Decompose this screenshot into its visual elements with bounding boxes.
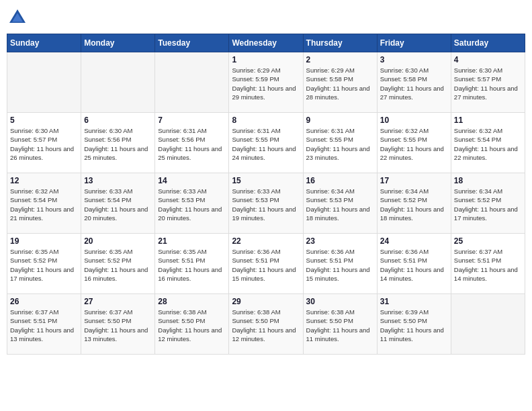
calendar-cell: 12Sunrise: 6:32 AM Sunset: 5:54 PM Dayli…	[7, 173, 81, 234]
logo	[7, 7, 31, 28]
calendar-cell	[81, 52, 155, 113]
day-number: 31	[380, 297, 448, 306]
calendar-week-row: 19Sunrise: 6:35 AM Sunset: 5:52 PM Dayli…	[7, 234, 525, 294]
calendar-cell: 30Sunrise: 6:38 AM Sunset: 5:50 PM Dayli…	[303, 294, 377, 355]
calendar-cell: 4Sunrise: 6:30 AM Sunset: 5:57 PM Daylig…	[451, 52, 525, 113]
calendar-cell: 28Sunrise: 6:38 AM Sunset: 5:50 PM Dayli…	[155, 294, 229, 355]
calendar-cell: 3Sunrise: 6:30 AM Sunset: 5:58 PM Daylig…	[377, 52, 451, 113]
calendar-week-row: 1Sunrise: 6:29 AM Sunset: 5:59 PM Daylig…	[7, 52, 525, 113]
day-info: Sunrise: 6:33 AM Sunset: 5:53 PM Dayligh…	[158, 187, 226, 222]
day-info: Sunrise: 6:32 AM Sunset: 5:55 PM Dayligh…	[380, 126, 448, 162]
day-number: 9	[306, 116, 374, 125]
day-of-week-header: Saturday	[451, 34, 525, 52]
calendar-cell: 20Sunrise: 6:35 AM Sunset: 5:52 PM Dayli…	[81, 234, 155, 294]
calendar-cell: 17Sunrise: 6:34 AM Sunset: 5:52 PM Dayli…	[377, 173, 451, 234]
day-number: 8	[232, 116, 300, 125]
day-info: Sunrise: 6:31 AM Sunset: 5:56 PM Dayligh…	[158, 126, 226, 162]
calendar-week-row: 5Sunrise: 6:30 AM Sunset: 5:57 PM Daylig…	[7, 113, 525, 173]
day-info: Sunrise: 6:34 AM Sunset: 5:52 PM Dayligh…	[454, 187, 522, 222]
calendar-cell: 18Sunrise: 6:34 AM Sunset: 5:52 PM Dayli…	[451, 173, 525, 234]
day-of-week-header: Friday	[377, 34, 451, 52]
day-number: 30	[306, 297, 374, 306]
day-info: Sunrise: 6:36 AM Sunset: 5:51 PM Dayligh…	[232, 247, 300, 283]
calendar-cell: 2Sunrise: 6:29 AM Sunset: 5:58 PM Daylig…	[303, 52, 377, 113]
day-info: Sunrise: 6:38 AM Sunset: 5:50 PM Dayligh…	[158, 308, 226, 343]
calendar-cell: 31Sunrise: 6:39 AM Sunset: 5:50 PM Dayli…	[377, 294, 451, 355]
calendar-cell: 9Sunrise: 6:31 AM Sunset: 5:55 PM Daylig…	[303, 113, 377, 173]
calendar-week-row: 12Sunrise: 6:32 AM Sunset: 5:54 PM Dayli…	[7, 173, 525, 234]
day-info: Sunrise: 6:35 AM Sunset: 5:51 PM Dayligh…	[158, 247, 226, 283]
day-of-week-header: Monday	[81, 34, 155, 52]
calendar-cell: 26Sunrise: 6:37 AM Sunset: 5:51 PM Dayli…	[7, 294, 81, 355]
calendar-cell: 1Sunrise: 6:29 AM Sunset: 5:59 PM Daylig…	[229, 52, 303, 113]
day-info: Sunrise: 6:32 AM Sunset: 5:54 PM Dayligh…	[454, 126, 522, 162]
calendar-cell: 16Sunrise: 6:34 AM Sunset: 5:53 PM Dayli…	[303, 173, 377, 234]
day-number: 21	[158, 236, 226, 246]
calendar-cell: 7Sunrise: 6:31 AM Sunset: 5:56 PM Daylig…	[155, 113, 229, 173]
day-info: Sunrise: 6:36 AM Sunset: 5:51 PM Dayligh…	[306, 247, 374, 283]
day-number: 28	[158, 297, 226, 306]
day-info: Sunrise: 6:31 AM Sunset: 5:55 PM Dayligh…	[306, 126, 374, 162]
day-number: 7	[158, 116, 226, 125]
day-info: Sunrise: 6:32 AM Sunset: 5:54 PM Dayligh…	[10, 187, 78, 222]
day-of-week-header: Tuesday	[155, 34, 229, 52]
day-info: Sunrise: 6:35 AM Sunset: 5:52 PM Dayligh…	[84, 247, 152, 283]
day-info: Sunrise: 6:37 AM Sunset: 5:51 PM Dayligh…	[454, 247, 522, 283]
calendar-week-row: 26Sunrise: 6:37 AM Sunset: 5:51 PM Dayli…	[7, 294, 525, 355]
day-info: Sunrise: 6:38 AM Sunset: 5:50 PM Dayligh…	[232, 308, 300, 343]
calendar-cell: 15Sunrise: 6:33 AM Sunset: 5:53 PM Dayli…	[229, 173, 303, 234]
day-number: 20	[84, 236, 152, 246]
day-number: 3	[380, 55, 448, 64]
calendar-cell: 5Sunrise: 6:30 AM Sunset: 5:57 PM Daylig…	[7, 113, 81, 173]
day-info: Sunrise: 6:29 AM Sunset: 5:59 PM Dayligh…	[232, 66, 300, 101]
calendar-cell: 13Sunrise: 6:33 AM Sunset: 5:54 PM Dayli…	[81, 173, 155, 234]
calendar-cell: 19Sunrise: 6:35 AM Sunset: 5:52 PM Dayli…	[7, 234, 81, 294]
day-number: 16	[306, 176, 374, 185]
day-info: Sunrise: 6:33 AM Sunset: 5:54 PM Dayligh…	[84, 187, 152, 222]
day-number: 29	[232, 297, 300, 306]
day-number: 23	[306, 236, 374, 246]
calendar-cell: 24Sunrise: 6:36 AM Sunset: 5:51 PM Dayli…	[377, 234, 451, 294]
day-info: Sunrise: 6:33 AM Sunset: 5:53 PM Dayligh…	[232, 187, 300, 222]
calendar-cell: 6Sunrise: 6:30 AM Sunset: 5:56 PM Daylig…	[81, 113, 155, 173]
calendar-header-row: SundayMondayTuesdayWednesdayThursdayFrid…	[7, 34, 525, 52]
day-of-week-header: Sunday	[7, 34, 81, 52]
calendar-cell: 23Sunrise: 6:36 AM Sunset: 5:51 PM Dayli…	[303, 234, 377, 294]
day-info: Sunrise: 6:34 AM Sunset: 5:52 PM Dayligh…	[380, 187, 448, 222]
day-number: 6	[84, 116, 152, 125]
day-info: Sunrise: 6:34 AM Sunset: 5:53 PM Dayligh…	[306, 187, 374, 222]
day-number: 26	[10, 297, 78, 306]
calendar-cell: 21Sunrise: 6:35 AM Sunset: 5:51 PM Dayli…	[155, 234, 229, 294]
day-info: Sunrise: 6:36 AM Sunset: 5:51 PM Dayligh…	[380, 247, 448, 283]
calendar-cell	[7, 52, 81, 113]
day-info: Sunrise: 6:30 AM Sunset: 5:58 PM Dayligh…	[380, 66, 448, 101]
day-number: 25	[454, 236, 522, 246]
day-number: 10	[380, 116, 448, 125]
calendar-cell	[155, 52, 229, 113]
day-of-week-header: Thursday	[303, 34, 377, 52]
calendar-table: SundayMondayTuesdayWednesdayThursdayFrid…	[7, 34, 525, 355]
day-info: Sunrise: 6:29 AM Sunset: 5:58 PM Dayligh…	[306, 66, 374, 101]
page-header	[7, 7, 525, 28]
day-number: 2	[306, 55, 374, 64]
day-number: 5	[10, 116, 78, 125]
calendar-cell: 14Sunrise: 6:33 AM Sunset: 5:53 PM Dayli…	[155, 173, 229, 234]
day-of-week-header: Wednesday	[229, 34, 303, 52]
calendar-cell: 22Sunrise: 6:36 AM Sunset: 5:51 PM Dayli…	[229, 234, 303, 294]
day-info: Sunrise: 6:38 AM Sunset: 5:50 PM Dayligh…	[306, 308, 374, 343]
calendar-cell: 8Sunrise: 6:31 AM Sunset: 5:55 PM Daylig…	[229, 113, 303, 173]
day-info: Sunrise: 6:37 AM Sunset: 5:50 PM Dayligh…	[84, 308, 152, 343]
day-info: Sunrise: 6:30 AM Sunset: 5:56 PM Dayligh…	[84, 126, 152, 162]
day-info: Sunrise: 6:30 AM Sunset: 5:57 PM Dayligh…	[10, 126, 78, 162]
calendar-cell: 27Sunrise: 6:37 AM Sunset: 5:50 PM Dayli…	[81, 294, 155, 355]
day-number: 27	[84, 297, 152, 306]
day-number: 11	[454, 116, 522, 125]
day-number: 13	[84, 176, 152, 185]
day-info: Sunrise: 6:31 AM Sunset: 5:55 PM Dayligh…	[232, 126, 300, 162]
calendar-cell: 10Sunrise: 6:32 AM Sunset: 5:55 PM Dayli…	[377, 113, 451, 173]
day-number: 15	[232, 176, 300, 185]
day-number: 4	[454, 55, 522, 64]
day-number: 12	[10, 176, 78, 185]
day-number: 22	[232, 236, 300, 246]
calendar-cell: 25Sunrise: 6:37 AM Sunset: 5:51 PM Dayli…	[451, 234, 525, 294]
